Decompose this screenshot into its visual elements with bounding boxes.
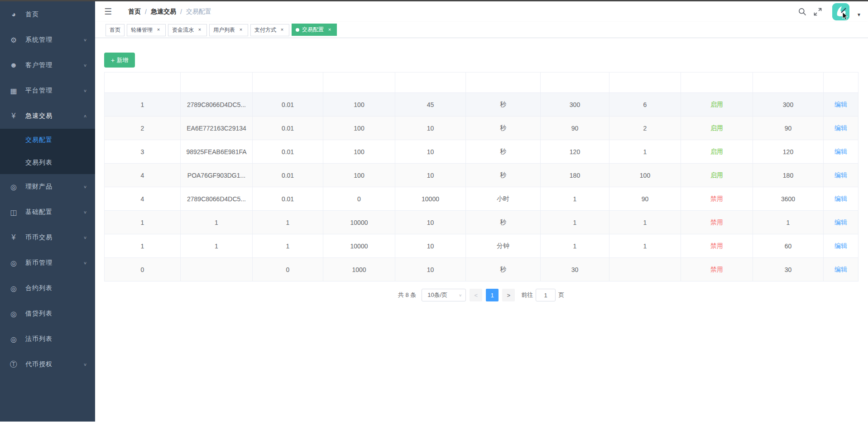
edit-link[interactable]: 编辑 xyxy=(834,218,847,226)
column-header xyxy=(105,73,181,93)
cell-seq: 2 xyxy=(105,116,181,140)
plus-icon: + xyxy=(111,57,115,64)
page-number-button[interactable]: 1 xyxy=(486,289,499,301)
sidebar-item-label: 交易列表 xyxy=(25,159,87,167)
tab-user-list[interactable]: 用户列表 × xyxy=(209,24,248,36)
cell-min-buy: 10 xyxy=(395,258,466,281)
breadcrumb-label[interactable]: 交易配置 xyxy=(186,8,211,16)
tab-trade-config[interactable]: 交易配置 × xyxy=(292,24,337,36)
status-badge: 启用 xyxy=(710,101,723,108)
edit-link[interactable]: 编辑 xyxy=(834,101,847,108)
chevron-icon: ∨ xyxy=(83,88,87,93)
sidebar-item-label: 首页 xyxy=(25,10,87,19)
edit-link[interactable]: 编辑 xyxy=(834,124,847,131)
cell-time-unit: 分钟 xyxy=(466,234,541,258)
cell-action: 编辑 xyxy=(824,93,858,116)
cell-time: 1 xyxy=(541,234,609,258)
status-badge: 启用 xyxy=(710,148,723,155)
cell-status: 禁用 xyxy=(681,211,753,234)
cell-status: 启用 xyxy=(681,93,753,116)
table-row: 0 0 1000 10 秒 30 禁用 30 编辑 xyxy=(105,258,858,281)
tab-fund-flow[interactable]: 资金流水 × xyxy=(168,24,207,36)
tab-payment-method[interactable]: 支付方式 × xyxy=(250,24,289,36)
sidebar-item-label: 新币管理 xyxy=(25,259,83,267)
tab-close-icon[interactable]: × xyxy=(197,27,203,33)
sidebar-item-label: 借贷列表 xyxy=(25,310,87,318)
tab-close-icon[interactable]: × xyxy=(238,27,244,33)
sidebar-item-token-auth[interactable]: Ⓣ 代币授权 ∨ xyxy=(0,352,95,377)
prev-page-button[interactable]: < xyxy=(470,289,482,301)
cell-id: EA6E772163C29134 xyxy=(181,116,253,140)
hamburger-icon[interactable]: ☰ xyxy=(104,7,112,16)
navbar: ☰ 首页 / 急速交易 / 交易配置 xyxy=(95,1,868,22)
breadcrumb-item-fast-trade[interactable]: / 急速交易 xyxy=(141,8,176,16)
search-icon[interactable] xyxy=(798,7,807,16)
window-top-edge xyxy=(0,0,868,1)
cell-profit: 100 xyxy=(609,164,681,187)
trade-config-table: 1 2789C8066D4DC5... 0.01 100 45 秒 300 6 … xyxy=(104,72,858,281)
sidebar-item-finance-product[interactable]: ◎ 理财产品 ∨ xyxy=(0,174,95,199)
table-row: 1 1 1 10000 10 分钟 1 1 禁用 60 编辑 xyxy=(105,234,858,258)
sidebar-item-coin-trade[interactable]: ¥ 币币交易 ∨ xyxy=(0,225,95,250)
breadcrumb-label[interactable]: 急速交易 xyxy=(151,8,176,16)
breadcrumb-item-trade-config[interactable]: / 交易配置 xyxy=(176,8,211,16)
next-page-button[interactable]: > xyxy=(502,289,515,301)
sidebar-item-basic-config[interactable]: ◫ 基础配置 ∨ xyxy=(0,199,95,225)
cell-min-buy: 10 xyxy=(395,234,466,258)
column-header xyxy=(181,73,253,93)
table-body: 1 2789C8066D4DC5... 0.01 100 45 秒 300 6 … xyxy=(105,93,858,281)
table-row: 2 EA6E772163C29134 0.01 100 10 秒 90 2 启用… xyxy=(105,116,858,140)
cell-status: 启用 xyxy=(681,140,753,164)
sidebar-item-icon: ◎ xyxy=(8,335,19,344)
cell-min-buy: 10 xyxy=(395,116,466,140)
status-badge: 禁用 xyxy=(710,242,723,249)
sidebar-item-trade-config[interactable]: 交易配置 xyxy=(0,129,95,151)
page-size-select[interactable]: 10条/页 ∨ xyxy=(422,289,466,301)
sidebar-item-new-coin-mgmt[interactable]: ◎ 新币管理 ∨ xyxy=(0,250,95,276)
column-header xyxy=(609,73,681,93)
breadcrumb-separator: / xyxy=(145,8,147,15)
edit-link[interactable]: 编辑 xyxy=(834,195,847,202)
edit-link[interactable]: 编辑 xyxy=(834,148,847,155)
avatar-wrap xyxy=(832,3,849,20)
tab-home[interactable]: 首页 xyxy=(106,24,125,36)
status-badge: 启用 xyxy=(710,124,723,131)
sidebar-item-label: 客户管理 xyxy=(25,61,83,69)
cell-max-buy: 0 xyxy=(323,187,395,211)
goto-label: 前往 xyxy=(521,291,533,299)
tab-close-icon[interactable]: × xyxy=(279,27,285,33)
avatar[interactable] xyxy=(832,3,849,20)
breadcrumb-label[interactable]: 首页 xyxy=(128,8,141,16)
fullscreen-icon[interactable] xyxy=(813,7,822,16)
sidebar-item-system-mgmt[interactable]: ⚙ 系统管理 ∨ xyxy=(0,27,95,53)
sidebar-item-contract-list[interactable]: ◎ 合约列表 xyxy=(0,276,95,301)
sidebar-item-platform-mgmt[interactable]: ▦ 平台管理 ∨ xyxy=(0,78,95,103)
edit-link[interactable]: 编辑 xyxy=(834,171,847,179)
tab-close-icon[interactable]: × xyxy=(326,27,333,33)
sidebar-item-icon: ⚙ xyxy=(8,36,19,44)
sidebar-item-fiat-list[interactable]: ◎ 法币列表 xyxy=(0,326,95,352)
sidebar-item-trade-list[interactable]: 交易列表 xyxy=(0,151,95,174)
goto-unit: 页 xyxy=(558,291,564,299)
cell-profit: 1 xyxy=(609,211,681,234)
cell-status: 启用 xyxy=(681,116,753,140)
edit-link[interactable]: 编辑 xyxy=(834,242,847,249)
sidebar-item-icon: ◫ xyxy=(8,208,19,217)
cell-profit: 2 xyxy=(609,116,681,140)
status-badge: 禁用 xyxy=(710,266,723,273)
sidebar-item-customer-mgmt[interactable]: ☻ 客户管理 ∨ xyxy=(0,53,95,78)
dropdown-caret-icon[interactable]: ▼ xyxy=(857,12,861,17)
goto-page-input[interactable] xyxy=(536,289,556,301)
cell-min-buy: 10 xyxy=(395,164,466,187)
tab-banner-mgmt[interactable]: 轮播管理 × xyxy=(127,24,166,36)
add-button[interactable]: + 新增 xyxy=(104,53,135,68)
sidebar-item-fast-trade[interactable]: ¥ 急速交易 ∧ xyxy=(0,103,95,129)
column-header xyxy=(395,73,466,93)
sidebar-item-icon: ¥ xyxy=(8,112,19,120)
cell-min-buy: 10 xyxy=(395,211,466,234)
breadcrumb-item-home[interactable]: 首页 xyxy=(120,8,141,16)
sidebar-item-home[interactable]: ◕ 首页 xyxy=(0,2,95,27)
sidebar-item-loan-list[interactable]: ◎ 借贷列表 xyxy=(0,301,95,326)
edit-link[interactable]: 编辑 xyxy=(834,266,847,273)
tab-close-icon[interactable]: × xyxy=(155,27,162,33)
